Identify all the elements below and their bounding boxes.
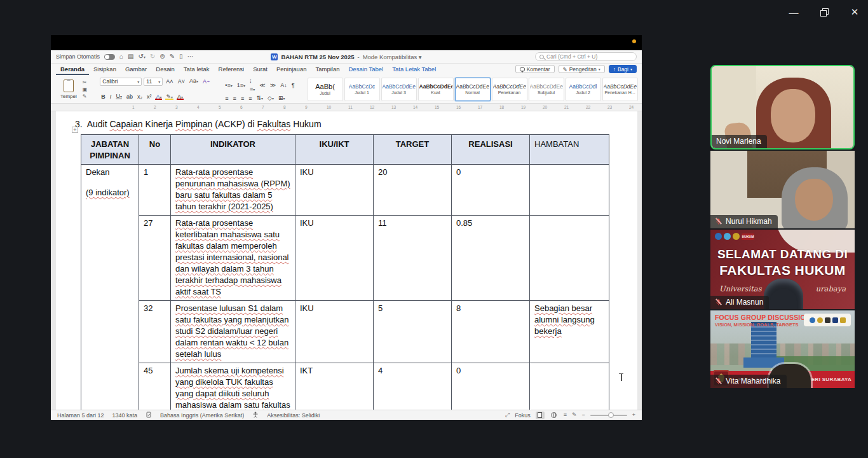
cell-no[interactable]: 27 [139,215,171,300]
superscript-button[interactable]: x² [146,93,153,101]
change-case-button[interactable]: Aa▾ [188,77,200,86]
tab-desain[interactable]: Desain [151,65,179,74]
tab-sisipkan[interactable]: Sisipkan [89,65,121,74]
cell-indikator[interactable]: Prosentase lulusan S1 dalam satu fakulta… [171,300,295,363]
zoom-slider[interactable] [590,415,627,416]
video-tile-ali-masnun[interactable]: HUKUM SELAMAT DATANG DI FAKULTAS HUKUM U… [710,230,855,309]
numbered-list-button[interactable]: 1≡▾ [236,81,247,90]
cell-realisasi[interactable]: 0.85 [452,215,530,300]
cell-jabatan[interactable]: Dekan(9 indikator) [81,164,139,410]
cell-target[interactable]: 20 [374,164,452,215]
document-page[interactable]: 3.Audit Capaian Kinerja Pimpinan (ACKP) … [56,111,637,410]
cell-iku-ikt[interactable]: IKU [295,164,374,215]
compatibility-mode-label[interactable]: Mode Kompatibilitas ▾ [363,53,422,60]
style-chip-judul[interactable]: AaBb(Judul [308,78,343,101]
column-header-indikator[interactable]: INDIKATOR [171,135,295,165]
page-count-label[interactable]: Halaman 5 dari 12 [57,412,104,419]
close-icon[interactable]: ✕ [848,5,862,19]
comments-button[interactable]: Komentar [515,65,555,73]
font-name-select[interactable]: Calibri▾ [100,78,142,86]
video-tile-vita-mahardhika[interactable]: FOCUS GROUP DISCUSSION VISION, MISSION, … [710,310,855,388]
more-commands-icon[interactable]: ⋯ [187,53,194,60]
style-chip-subjudul[interactable]: AaBbCcDdEeSubjudul [529,78,564,101]
font-size-select[interactable]: 11▾ [144,78,163,86]
autosave-toggle[interactable] [104,54,115,60]
cell-indikator[interactable]: Rata-rata prosentase penurunan mahasiswa… [171,164,295,215]
font-color-button[interactable]: A▾ [176,94,184,100]
shading-button[interactable]: ◇▾ [266,94,275,103]
show-formatting-button[interactable]: ¶ [290,81,296,90]
cell-no[interactable]: 45 [139,363,171,410]
format-painter-icon[interactable]: ✎ [83,94,88,99]
copy-icon[interactable]: ▣ [83,87,88,92]
line-spacing-button[interactable]: ⇅▾ [255,94,264,103]
column-header-target[interactable]: TARGET [374,135,452,165]
print-layout-view-button[interactable] [536,412,545,419]
restore-icon[interactable] [817,5,831,19]
proofing-status-icon[interactable] [146,412,152,419]
focus-label[interactable]: Fokus [515,412,531,419]
cell-target[interactable]: 11 [374,215,452,300]
cell-iku-ikt[interactable]: IKU [295,300,374,363]
cell-target[interactable]: 5 [374,300,452,363]
style-chip-penekanan-h-[interactable]: AaBbCcDdEePenekanan H... [602,78,638,101]
align-right-button[interactable]: ≡ [240,95,245,103]
video-tile-novi-marlena[interactable]: Novi Marlena [710,65,855,149]
style-chip-judul-2[interactable]: AaBbCcDdlJudul 2 [566,78,601,101]
accessibility-label[interactable]: Aksesibilitas: Selidiki [267,412,320,419]
tab-surat[interactable]: Surat [248,65,272,74]
strikethrough-button[interactable]: ab [125,93,134,101]
cell-no[interactable]: 32 [139,300,171,363]
cell-iku-ikt[interactable]: IKU [295,215,374,300]
cell-no[interactable]: 1 [139,164,171,215]
save-icon[interactable]: ▤ [128,53,133,60]
borders-button[interactable]: ⊞▾ [277,94,287,103]
draft-view-button[interactable]: ✎ [572,412,577,418]
sort-button[interactable]: A↓ [279,81,288,90]
zoom-slider-knob[interactable] [608,412,614,418]
grow-font-button[interactable]: A˄ [165,78,174,86]
redo-icon[interactable]: ↻ [150,53,155,60]
cell-iku-ikt[interactable]: IKT [295,363,374,410]
column-header-iku-ikt[interactable]: IKU/IKT [295,135,374,165]
editing-mode-button[interactable]: ✎ Pengeditan▾ [559,65,605,73]
style-chip-kuat[interactable]: AaBbCcDdEeKuat [418,78,454,101]
bullet-list-button[interactable]: •≡▾ [224,81,233,90]
cell-realisasi[interactable]: 0 [452,164,530,215]
tab-tampilan[interactable]: Tampilan [311,65,344,74]
column-header-no[interactable]: No [139,135,171,165]
cell-indikator[interactable]: Rata-rata prosentase keterlibatan mahasi… [171,215,295,300]
share-button[interactable]: ↑ Bagi▾ [609,65,637,73]
cell-indikator[interactable]: Jumlah skema uji kompetensi yang dikelol… [171,363,295,410]
cut-icon[interactable]: ✂ [83,80,88,85]
section-heading[interactable]: 3.Audit Capaian Kinerja Pimpinan (ACKP) … [75,119,637,129]
column-header-realisasi[interactable]: REALISASI [452,135,530,165]
paste-button[interactable]: Tempel [57,80,80,99]
home-icon[interactable]: ⌂ [119,53,123,60]
cell-target[interactable]: 4 [374,363,452,410]
decrease-indent-button[interactable]: ≪ [258,81,266,90]
table-move-handle-icon[interactable]: + [72,127,78,133]
increase-indent-button[interactable]: ≫ [269,81,277,90]
tab-desain-tabel[interactable]: Desain Tabel [344,65,388,74]
bold-button[interactable]: B [100,93,107,101]
column-header-hambatan[interactable]: HAMBATAN [530,135,609,165]
word-count-label[interactable]: 1340 kata [112,412,138,419]
style-chip-normal[interactable]: AaBbCcDdEeNormal [455,78,491,101]
shrink-font-button[interactable]: A˅ [177,78,186,86]
column-header-jabatan-pimpinan[interactable]: JABATAN PIMPINAN [81,135,139,165]
highlight-color-button[interactable]: ✎▾ [165,94,174,100]
tab-tata-letak[interactable]: Tata letak [179,65,214,74]
tab-peninjauan[interactable]: Peninjauan [272,65,311,74]
cell-hambatan[interactable] [530,363,609,410]
tab-gambar[interactable]: Gambar [121,65,151,74]
zoom-out-button[interactable]: − [581,412,585,418]
underline-button[interactable]: U▾ [114,92,123,101]
review-doc-icon[interactable]: ✎ [170,53,175,60]
style-chip-judul-1[interactable]: AaBbCcDcJudul 1 [344,78,380,101]
print-icon[interactable]: ⊜ [159,53,165,60]
multilevel-list-button[interactable]: ⁝≡▾ [248,77,256,94]
tab-referensi[interactable]: Referensi [214,65,249,74]
cell-realisasi[interactable]: 0 [452,363,530,410]
undo-icon[interactable]: ↺▾ [139,53,146,60]
